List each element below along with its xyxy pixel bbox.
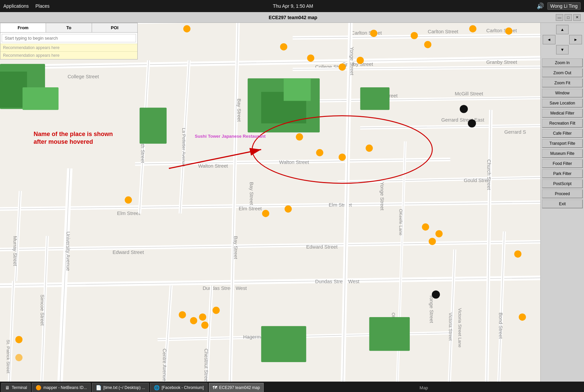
svg-point-122 (366, 144, 373, 151)
svg-text:McGill Street: McGill Street (455, 91, 483, 96)
nav-center-empty (556, 35, 569, 44)
app-window: ECE297 team042 map — □ ✕ Grenville Stree… (0, 12, 584, 382)
maximize-button[interactable]: □ (565, 14, 572, 21)
netbeans-icon: 🟠 (36, 385, 41, 390)
map-icon: 🗺 (213, 385, 217, 390)
medical-filter-button[interactable]: Medical Filter (542, 109, 583, 118)
menu-bar[interactable]: Applications Places (3, 3, 50, 9)
tab-from[interactable]: From (0, 23, 46, 32)
zoom-fit-button[interactable]: Zoom Fit (542, 79, 583, 87)
search-input[interactable] (2, 34, 136, 42)
window-button[interactable]: Window (542, 89, 583, 97)
svg-point-112 (339, 63, 346, 71)
svg-point-128 (429, 238, 436, 245)
taskbar-terminal-label: Terminal (12, 385, 27, 390)
svg-text:St. Patrick Street: St. Patrick Street (6, 340, 11, 374)
svg-rect-103 (261, 326, 306, 362)
svg-text:Walton Street: Walton Street (198, 163, 228, 169)
nav-up-button[interactable]: ▲ (556, 25, 569, 34)
recommendation-1[interactable]: Recommendation appears here (0, 44, 137, 51)
taskbar-center-label: Map (265, 385, 583, 390)
search-panel: From To POI Recommendation appears here … (0, 23, 138, 59)
svg-text:Edward Street: Edward Street (113, 250, 144, 255)
transport-filter-button[interactable]: Transport Filte (542, 139, 583, 148)
svg-text:Bay Street: Bay Street (233, 236, 238, 259)
taskbar-chromium[interactable]: 🌐 [Facebook - Chromium] (150, 383, 207, 392)
system-title-bar: Applications Places Thu Apr 9, 1:50 AM 🔊… (0, 0, 584, 12)
svg-point-117 (469, 25, 476, 32)
volume-icon[interactable]: 🔊 (537, 2, 544, 10)
svg-text:OKeefe Lane: OKeefe Lane (398, 209, 403, 235)
svg-text:Elm Street: Elm Street (117, 211, 140, 216)
taskbar-map-label: ECE297 team042 map (219, 385, 260, 390)
exit-button[interactable]: Exit (542, 200, 583, 208)
nav-empty-br (569, 45, 582, 54)
map-container[interactable]: Grenville Street College Street College … (0, 23, 540, 382)
svg-text:University Avenue: University Avenue (65, 231, 71, 271)
svg-point-114 (370, 30, 377, 37)
nav-empty-bl (543, 45, 555, 54)
svg-point-140 (432, 291, 440, 299)
close-button[interactable]: ✕ (573, 14, 581, 21)
nav-empty-tl (543, 25, 555, 34)
taskbar-netbeans[interactable]: 🟠 mapper - NetBeans ID... (32, 383, 90, 392)
svg-point-109 (183, 25, 190, 32)
taskbar-chromium-label: [Facebook - Chromium] (162, 385, 204, 390)
taskbar-netbeans-label: mapper - NetBeans ID... (43, 385, 87, 390)
map-svg: Grenville Street College Street College … (0, 23, 540, 382)
zoom-in-button[interactable]: Zoom In (542, 58, 583, 67)
search-tabs[interactable]: From To POI (0, 23, 137, 33)
search-input-row (0, 33, 137, 44)
zoom-out-button[interactable]: Zoom Out (542, 69, 583, 77)
minimize-button[interactable]: — (556, 14, 563, 21)
nav-left-button[interactable]: ◄ (543, 35, 555, 44)
window-controls[interactable]: — □ ✕ (556, 14, 581, 21)
svg-point-120 (316, 149, 323, 156)
svg-text:Gerrard S: Gerrard S (504, 129, 526, 135)
svg-point-110 (280, 43, 287, 50)
applications-menu[interactable]: Applications (3, 3, 29, 9)
tab-poi[interactable]: POI (92, 23, 137, 32)
nav-down-button[interactable]: ▼ (556, 45, 569, 54)
svg-text:Dundas Street West: Dundas Street West (203, 286, 247, 291)
tab-to[interactable]: To (46, 23, 92, 32)
taskbar-terminal[interactable]: 🖥 Terminal (1, 383, 31, 392)
svg-text:Bond Street: Bond Street (498, 313, 503, 339)
svg-point-115 (411, 32, 418, 39)
svg-point-124 (262, 210, 269, 217)
svg-text:Centre Avenue: Centre Avenue (162, 349, 167, 381)
system-tray: 🔊 Wong Li Ting (537, 2, 581, 10)
save-location-button[interactable]: Save Location (542, 99, 583, 107)
svg-point-121 (339, 154, 346, 161)
park-filter-button[interactable]: Park Filter (542, 169, 583, 178)
taskbar-timetxt[interactable]: 📄 [time.txt (~/ Desktop) ... (92, 383, 149, 392)
museum-filter-button[interactable]: Museum Filte (542, 149, 583, 158)
nav-cluster: ▲ ◄ ► ▼ (541, 23, 584, 56)
proceed-button[interactable]: Proceed (542, 189, 583, 198)
app-title: ECE297 team042 map (30, 15, 556, 20)
nav-empty-tr (569, 25, 582, 34)
svg-point-126 (422, 223, 429, 230)
svg-point-130 (179, 311, 186, 318)
svg-point-127 (436, 230, 443, 237)
postscript-button[interactable]: PostScript (542, 179, 583, 188)
svg-rect-105 (360, 87, 390, 110)
svg-point-135 (15, 354, 23, 361)
svg-text:College Street: College Street (68, 74, 99, 79)
svg-text:Bay Street: Bay Street (236, 99, 242, 122)
hover-annotation: Name of the place is shown after mouse h… (34, 130, 128, 146)
terminal-icon: 🖥 (5, 385, 10, 390)
recreation-filter-button[interactable]: Recreation Filt (542, 119, 583, 128)
svg-point-129 (213, 307, 220, 314)
svg-text:Chestnut Street: Chestnut Street (204, 349, 209, 382)
taskbar-map[interactable]: 🗺 ECE297 team042 map (209, 383, 264, 392)
recommendation-2[interactable]: Recommendation appears here (0, 51, 137, 59)
svg-text:Yonge Street: Yonge Street (349, 47, 355, 75)
places-menu[interactable]: Places (36, 3, 50, 9)
nav-right-button[interactable]: ► (569, 35, 582, 44)
food-filter-button[interactable]: Food Filter (542, 159, 583, 168)
poi-label: Sushi Tower Japanese Restaurant (195, 134, 266, 139)
right-panel: ▲ ◄ ► ▼ Zoom In Zoom Out Zoom Fit Window… (540, 23, 584, 382)
cafe-filter-button[interactable]: Cafe Filter (542, 129, 583, 138)
system-clock: Thu Apr 9, 1:50 AM (273, 3, 313, 9)
